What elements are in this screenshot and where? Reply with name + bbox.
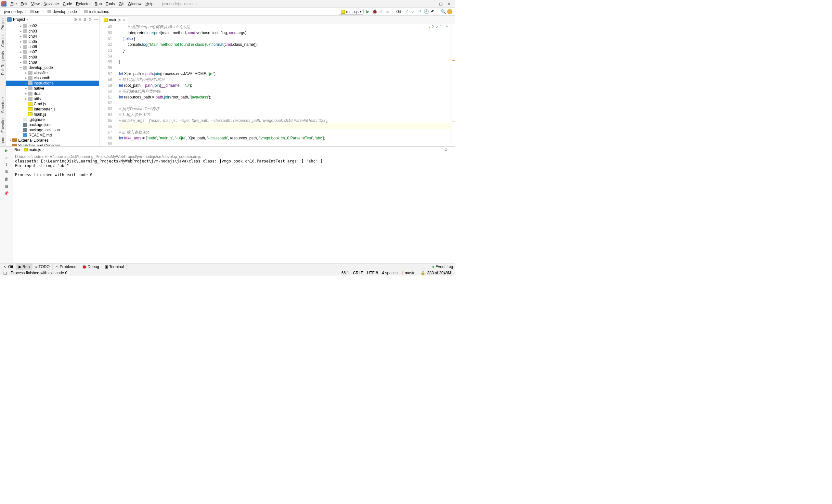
tree-node[interactable]: ▸ch03	[6, 29, 99, 34]
gear-icon[interactable]: ⚙	[444, 148, 448, 152]
breadcrumb[interactable]: jvm-nodejs	[3, 9, 24, 14]
debug-button[interactable]: 🐞	[372, 9, 377, 14]
menu-view[interactable]: View	[29, 2, 42, 6]
close-tab-icon[interactable]: ✕	[123, 18, 125, 22]
run-button[interactable]: ▶	[366, 9, 370, 14]
run-coverage-button[interactable]: ⟳	[379, 9, 383, 14]
project-tool-tab[interactable]: Project	[1, 16, 5, 31]
tree-node[interactable]: ▸ch02	[6, 23, 99, 29]
push-icon[interactable]: ↗	[417, 9, 422, 14]
menu-file[interactable]: File	[8, 2, 19, 6]
editor[interactable]: 4950515253545556575859606162636465666768…	[100, 23, 455, 146]
layout-icon[interactable]: ▦	[4, 184, 9, 189]
code-area[interactable]: // 调用interpret()解释执行main()方法 Interpreter…	[119, 23, 451, 146]
collapse-all-icon[interactable]: ⇵	[83, 17, 86, 22]
status-item[interactable]: 🔒 383 of 2048M	[419, 271, 454, 275]
menu-help[interactable]: Help	[143, 2, 155, 6]
pin-icon[interactable]: 📌	[4, 191, 9, 196]
breadcrumb[interactable]: develop_code	[46, 9, 78, 14]
status-item[interactable]: ᛉ master	[399, 271, 419, 275]
hide-icon[interactable]: —	[94, 17, 98, 22]
bottom-tab-todo[interactable]: ≡TODO	[32, 264, 52, 270]
maximize-icon[interactable]: ▢	[439, 2, 443, 6]
status-item[interactable]: UTF-8	[365, 271, 380, 275]
tree-node[interactable]: ▸External Libraries	[6, 138, 99, 143]
inspection-widget[interactable]: 2 11 ^ ⌄	[428, 25, 453, 29]
stop-process-button[interactable]: ■	[4, 155, 9, 160]
bottom-tab-problems[interactable]: ⚠Problems	[53, 264, 79, 270]
avatar-icon[interactable]	[447, 9, 452, 14]
hide-icon[interactable]: —	[450, 148, 454, 152]
clear-icon[interactable]: 🗑	[4, 177, 9, 182]
bottom-tab-debug[interactable]: 🐞Debug	[79, 264, 102, 270]
close-tab-icon[interactable]: ✕	[42, 148, 45, 152]
editor-tab[interactable]: main.js ✕	[101, 17, 128, 23]
tree-node[interactable]: Interpreter.js	[6, 107, 99, 112]
menu-run[interactable]: Run	[93, 2, 104, 6]
menu-git[interactable]: Git	[117, 2, 126, 6]
breadcrumb[interactable]: src	[29, 9, 42, 14]
menu-window[interactable]: Window	[126, 2, 144, 6]
project-tree[interactable]: ▸ch02▸ch03▸ch04▸ch05▸ch06▸ch07▸ch08▸ch09…	[6, 23, 99, 146]
history-icon[interactable]: 🕘	[424, 9, 428, 14]
event-log-button[interactable]: Event Log	[436, 265, 453, 269]
scroll-to-end-icon[interactable]: ↧	[4, 162, 9, 167]
tree-node[interactable]: ▸ch05	[6, 39, 99, 44]
console-output[interactable]: D:\nodejs\node.exe E:\LearningDisk\Learn…	[13, 153, 455, 263]
tree-node[interactable]: Cmd.js	[6, 101, 99, 107]
tree-node[interactable]: ▸native	[6, 86, 99, 91]
menu-navigate[interactable]: Navigate	[42, 2, 61, 6]
tree-node[interactable]: ▸ch08	[6, 55, 99, 60]
status-item[interactable]: 4 spaces	[380, 271, 399, 275]
run-tab[interactable]: main.js ✕	[22, 148, 47, 152]
select-opened-icon[interactable]: ⊙	[74, 17, 77, 22]
status-item[interactable]: CRLF	[351, 271, 365, 275]
status-item[interactable]: 66:1	[340, 271, 351, 275]
stop-button[interactable]: ■	[385, 9, 390, 14]
menu-tools[interactable]: Tools	[104, 2, 117, 6]
tree-node[interactable]: ▸ch07	[6, 49, 99, 55]
tree-node[interactable]: Scratches and Consoles	[6, 143, 99, 146]
structure-tab[interactable]: Structure	[1, 95, 5, 115]
tree-node[interactable]: ▸rtda	[6, 91, 99, 96]
tree-node[interactable]: ▸classpath	[6, 75, 99, 81]
tree-node[interactable]: ▸ch04	[6, 34, 99, 39]
gear-icon[interactable]: ⚙	[88, 17, 92, 22]
search-icon[interactable]: 🔍	[441, 9, 445, 14]
bottom-tab-terminal[interactable]: ▣Terminal	[102, 264, 127, 270]
tree-node[interactable]: ▾develop_code	[6, 65, 99, 70]
tree-node[interactable]: ▸ch09	[6, 60, 99, 65]
close-icon[interactable]: ✕	[447, 2, 450, 6]
tree-node[interactable]: package.json	[6, 122, 99, 127]
tree-node[interactable]: ▸ch06	[6, 44, 99, 49]
npm-tab[interactable]: npm	[1, 135, 5, 146]
tree-node[interactable]: README.md	[6, 133, 99, 138]
error-stripe[interactable]	[451, 23, 455, 146]
chevron-down-icon[interactable]: ▾	[26, 18, 28, 21]
print-icon[interactable]: 🖶	[4, 169, 9, 175]
update-project-icon[interactable]: ✓	[404, 9, 409, 14]
chevron-up-icon[interactable]: ^	[446, 25, 448, 29]
menu-refactor[interactable]: Refactor	[74, 2, 93, 6]
menu-code[interactable]: Code	[61, 2, 74, 6]
favorites-tab[interactable]: Favorites	[1, 115, 5, 135]
menu-edit[interactable]: Edit	[19, 2, 29, 6]
tree-node[interactable]: ▸utils	[6, 96, 99, 101]
tree-node[interactable]: ▸classfile	[6, 70, 99, 75]
pull-requests-tab[interactable]: Pull Requests	[1, 49, 5, 77]
tree-node[interactable]: main.js	[6, 112, 99, 117]
tree-node[interactable]: ▸instructions	[6, 81, 99, 86]
rollback-icon[interactable]: ↶	[430, 9, 435, 14]
rerun-button[interactable]: ▶	[4, 148, 9, 153]
tree-node[interactable]: .gitignore	[6, 117, 99, 122]
commit-icon[interactable]: ✓	[411, 9, 415, 14]
bottom-tab-git[interactable]: ⌥Git	[0, 264, 16, 270]
fold-column[interactable]	[115, 23, 119, 146]
bottom-tab-run[interactable]: ▶Run	[16, 264, 32, 270]
run-config-dropdown[interactable]: main.js ▾	[339, 9, 364, 15]
commit-tool-tab[interactable]: Commit	[1, 31, 5, 49]
minimize-icon[interactable]: —	[431, 2, 435, 6]
tool-windows-icon[interactable]: ▢	[1, 271, 9, 275]
expand-all-icon[interactable]: ≡	[79, 17, 81, 22]
breadcrumb[interactable]: instructions	[83, 9, 110, 14]
